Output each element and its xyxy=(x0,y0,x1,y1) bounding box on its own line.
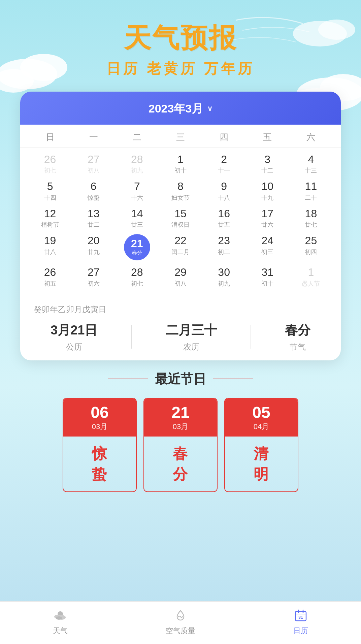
cal-day-3-1[interactable]: 20廿九 xyxy=(72,231,115,263)
section-title-wrapper: 最近节日 xyxy=(13,371,348,388)
app-header: 天气预报 日历 老黄历 万年历 xyxy=(0,0,361,78)
nav-air-quality-label: 空气质量 xyxy=(166,626,195,636)
calendar-card: 2023年3月 ∨ 日 一 二 三 四 五 六 26初七27初八28初九1初十2… xyxy=(20,92,341,360)
lunar-label: 农历 xyxy=(166,342,217,352)
calendar-grid: 26初七27初八28初九1初十2十一3十二4十三5十四6惊蛰7十六8妇女节9十八… xyxy=(20,148,341,296)
jieqi-item: 春分 节气 xyxy=(285,322,310,352)
date-details-row: 3月21日 公历 二月三十 农历 春分 节气 xyxy=(34,322,327,352)
holiday-card-1[interactable]: 21 03月 春分 xyxy=(143,398,218,492)
weekday-fri: 五 xyxy=(246,130,289,144)
cal-day-2-4[interactable]: 16廿五 xyxy=(202,204,246,231)
solar-date: 3月21日 xyxy=(51,323,97,337)
divider-2 xyxy=(251,325,251,349)
cal-day-3-3[interactable]: 22闰二月 xyxy=(159,231,202,263)
cal-day-0-5[interactable]: 3十二 xyxy=(246,150,289,177)
cal-day-0-4[interactable]: 2十一 xyxy=(202,150,246,177)
ganzhi-text: 癸卯年乙卯月戊寅日 xyxy=(34,304,327,315)
cal-day-4-3[interactable]: 29初八 xyxy=(159,263,202,290)
holiday-0-day: 06 xyxy=(66,403,133,422)
holiday-card-2-header: 05 04月 xyxy=(225,398,298,437)
cal-day-2-2[interactable]: 14廿三 xyxy=(115,204,159,231)
weekday-headers: 日 一 二 三 四 五 六 xyxy=(20,125,341,148)
cal-day-4-4[interactable]: 30初九 xyxy=(202,263,246,290)
cal-day-3-6[interactable]: 25初四 xyxy=(289,231,333,263)
lunar-date: 二月三十 xyxy=(166,323,217,337)
month-dropdown-arrow[interactable]: ∨ xyxy=(207,104,212,113)
solar-label: 公历 xyxy=(51,342,97,352)
cal-day-4-6[interactable]: 1愚人节 xyxy=(289,263,333,290)
holiday-cards-container: 06 03月 惊蛰 21 03月 春分 05 04月 清明 xyxy=(13,398,348,492)
calendar-nav-icon: 31 xyxy=(292,607,309,624)
cal-day-1-3[interactable]: 8妇女节 xyxy=(159,177,202,204)
cal-day-2-0[interactable]: 12植树节 xyxy=(28,204,72,231)
holiday-2-month: 04月 xyxy=(228,422,295,432)
weekday-sat: 六 xyxy=(289,130,333,144)
cal-day-3-2[interactable]: 21春分 xyxy=(115,231,159,263)
weekday-thu: 四 xyxy=(202,130,246,144)
cal-day-0-2[interactable]: 28初九 xyxy=(115,150,159,177)
jieqi-text: 春分 xyxy=(285,323,310,337)
month-title[interactable]: 2023年3月 ∨ xyxy=(34,101,327,117)
cal-day-1-5[interactable]: 10十九 xyxy=(246,177,289,204)
divider-1 xyxy=(131,325,132,349)
cal-day-2-1[interactable]: 13廿二 xyxy=(72,204,115,231)
cal-day-3-4[interactable]: 23初二 xyxy=(202,231,246,263)
solar-date-item: 3月21日 公历 xyxy=(51,322,97,352)
title-line-right xyxy=(213,379,253,379)
cal-day-3-0[interactable]: 19廿八 xyxy=(28,231,72,263)
holiday-card-2[interactable]: 05 04月 清明 xyxy=(224,398,298,492)
app-title: 天气预报 xyxy=(0,20,361,57)
cal-day-0-3[interactable]: 1初十 xyxy=(159,150,202,177)
holiday-1-day: 21 xyxy=(147,403,214,422)
weekday-sun: 日 xyxy=(28,130,72,144)
holidays-title: 最近节日 xyxy=(155,371,206,388)
cal-day-4-1[interactable]: 27初六 xyxy=(72,263,115,290)
cal-day-0-6[interactable]: 4十三 xyxy=(289,150,333,177)
selected-date-info: 癸卯年乙卯月戊寅日 3月21日 公历 二月三十 农历 春分 节气 xyxy=(20,296,341,360)
weekday-wed: 三 xyxy=(159,130,202,144)
lunar-date-item: 二月三十 农历 xyxy=(166,322,217,352)
calendar-header[interactable]: 2023年3月 ∨ xyxy=(20,92,341,125)
holidays-section: 最近节日 06 03月 惊蛰 21 03月 春分 05 xyxy=(0,360,361,502)
air-quality-nav-icon xyxy=(172,607,189,624)
nav-weather-label: 天气 xyxy=(53,626,68,636)
holiday-card-0-header: 06 03月 xyxy=(63,398,136,437)
app-subtitle: 日历 老黄历 万年历 xyxy=(0,59,361,78)
weekday-mon: 一 xyxy=(72,130,115,144)
holiday-1-month: 03月 xyxy=(147,422,214,432)
cal-day-2-3[interactable]: 15消权日 xyxy=(159,204,202,231)
title-line-left xyxy=(108,379,148,379)
cal-day-0-1[interactable]: 27初八 xyxy=(72,150,115,177)
cal-day-2-5[interactable]: 17廿六 xyxy=(246,204,289,231)
holiday-2-day: 05 xyxy=(228,403,295,422)
cal-day-1-6[interactable]: 11二十 xyxy=(289,177,333,204)
weather-nav-icon xyxy=(52,607,69,624)
jieqi-label: 节气 xyxy=(285,342,310,352)
cal-day-4-5[interactable]: 31初十 xyxy=(246,263,289,290)
cal-day-4-0[interactable]: 26初五 xyxy=(28,263,72,290)
cal-day-3-5[interactable]: 24初三 xyxy=(246,231,289,263)
nav-air-quality[interactable]: 空气质量 xyxy=(150,607,211,636)
holiday-card-1-header: 21 03月 xyxy=(144,398,217,437)
holiday-0-name: 惊蛰 xyxy=(63,437,136,491)
cal-day-0-0[interactable]: 26初七 xyxy=(28,150,72,177)
holiday-1-name: 春分 xyxy=(144,437,217,491)
cal-day-4-2[interactable]: 28初七 xyxy=(115,263,159,290)
nav-calendar[interactable]: 31 日历 xyxy=(270,607,331,636)
holiday-card-0[interactable]: 06 03月 惊蛰 xyxy=(63,398,137,492)
cal-day-2-6[interactable]: 18廿七 xyxy=(289,204,333,231)
month-label: 2023年3月 xyxy=(149,101,203,117)
holiday-0-month: 03月 xyxy=(66,422,133,432)
holiday-2-name: 清明 xyxy=(225,437,298,491)
bottom-navigation: 天气 空气质量 31 日历 xyxy=(0,601,361,644)
cal-day-1-1[interactable]: 6惊蛰 xyxy=(72,177,115,204)
svg-point-11 xyxy=(56,616,62,620)
nav-weather[interactable]: 天气 xyxy=(30,607,91,636)
nav-calendar-label: 日历 xyxy=(293,626,308,636)
weekday-tue: 二 xyxy=(115,130,159,144)
cal-day-1-0[interactable]: 5十四 xyxy=(28,177,72,204)
svg-text:31: 31 xyxy=(299,615,303,620)
cal-day-1-4[interactable]: 9十八 xyxy=(202,177,246,204)
cal-day-1-2[interactable]: 7十六 xyxy=(115,177,159,204)
